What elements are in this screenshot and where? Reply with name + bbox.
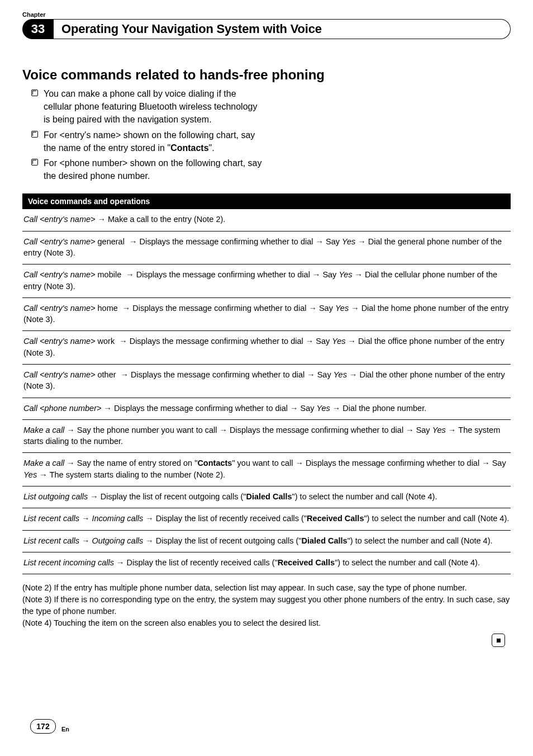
language-label: En [61,726,69,733]
command-text: The system starts dialing to the number … [50,470,225,479]
chapter-header: 33 Operating Your Navigation System with… [22,19,511,39]
arrow-icon: → [312,270,321,279]
voice-command: Call <entry's name> [23,215,96,224]
arrow-icon: → [129,237,137,246]
intro-text: ". [209,143,215,153]
command-row: Call <entry's name> home →Displays the m… [22,298,511,332]
command-row: Call <entry's name> other →Displays the … [22,365,511,398]
arrow-icon: → [482,459,490,467]
command-row: Make a call→Say the phone number you wan… [22,420,511,453]
end-of-section-icon [492,634,505,647]
bullet-icon [31,89,38,96]
command-text: Displays the message confirming whether … [139,237,313,246]
voice-command: Call <phone number> [23,404,101,413]
intro-text: For <entry's name> shown on the followin… [44,130,255,153]
arrow-icon: → [66,459,75,467]
command-text: Display the list of recently received ca… [156,514,307,523]
voice-command: List recent calls [23,514,79,523]
command-table-header: Voice commands and operations [22,193,511,209]
arrow-icon: → [98,215,106,224]
command-table: Call <entry's name>→Make a call to the e… [22,209,511,574]
arrow-icon: → [82,536,90,545]
command-text: Say the name of entry stored on " [77,459,198,467]
voice-command: Yes [432,426,446,434]
arrow-icon: → [39,470,47,479]
chapter-title: Operating Your Navigation System with Vo… [61,22,322,36]
command-text: " you want to call [232,459,293,467]
arrow-icon: → [145,514,154,523]
command-text: Say [317,370,334,379]
command-text: Displays the message confirming whether … [132,304,306,313]
voice-command: Yes [335,304,349,313]
command-text: Displays the message confirming whether … [230,426,403,434]
command-text: Say [492,459,506,467]
voice-command: Call <entry's name> [23,304,96,313]
notes-block: (Note 2) If the entry has multiple phone… [22,582,511,629]
command-text: Say [319,304,335,313]
bullet-icon [31,159,38,166]
command-text: ") to select the number and call (Note 4… [335,558,480,567]
command-text: Displays the message confirming whether … [130,337,303,346]
command-row: Call <entry's name> mobile →Displays the… [22,264,511,298]
voice-command: Yes [334,370,347,379]
command-row: Call <entry's name> work →Displays the m… [22,331,511,365]
command-text: Say [322,270,339,279]
arrow-icon: → [351,304,359,313]
arrow-icon: → [116,558,125,567]
page-footer: 172 En [30,719,69,734]
command-row: Call <entry's name>→Make a call to the e… [22,209,511,231]
command-text: Displays the message confirming whether … [114,404,288,413]
voice-command: List recent calls [23,536,79,545]
command-row: Call <entry's name> general →Displays th… [22,231,511,265]
arrow-icon: → [82,514,90,523]
bullet-icon [31,131,38,138]
arrow-icon: → [126,270,134,279]
chapter-label: Chapter [22,11,511,18]
voice-command: Make a call [23,426,64,434]
voice-command: Yes [317,404,330,413]
note-line: (Note 2) If the entry has multiple phone… [22,582,511,594]
bold-term: Received Calls [307,514,364,523]
voice-command: List recent incoming calls [23,558,114,567]
command-text: other [96,370,118,379]
arrow-icon: → [90,492,98,501]
page-number: 172 [30,719,56,734]
page: Chapter 33 Operating Your Navigation Sys… [0,0,533,756]
intro-bold: Contacts [170,143,208,153]
voice-command: Yes [342,237,355,246]
command-text: mobile [96,270,124,279]
intro-item: For <phone number> shown on the followin… [31,157,266,182]
arrow-icon: → [406,426,414,434]
command-text: Display the list of recent outgoing call… [101,492,246,501]
arrow-icon: → [66,426,75,434]
arrow-icon: → [358,237,366,246]
voice-command: Make a call [23,459,64,467]
command-text: Say [416,426,432,434]
bold-term: Contacts [197,459,232,467]
command-text: ") to select the number and call (Note 4… [348,536,493,545]
command-row: List recent incoming calls→Display the l… [22,552,511,574]
command-text: Display the list of recently received ca… [127,558,278,567]
command-text: ") to select the number and call (Note 4… [364,514,509,523]
intro-item: You can make a phone call by voice diali… [31,87,266,126]
arrow-icon: → [119,337,127,346]
arrow-icon: → [306,337,314,346]
chapter-title-wrap: Operating Your Navigation System with Vo… [54,19,511,39]
voice-command: Outgoing calls [92,536,143,545]
command-text: Dial the phone number. [342,404,426,413]
section-heading: Voice commands related to hands-free pho… [22,67,511,83]
voice-command: Call <entry's name> [23,370,96,379]
command-text: work [96,337,117,346]
arrow-icon: → [103,404,112,413]
voice-command: Call <entry's name> [23,270,96,279]
intro-list: You can make a phone call by voice diali… [31,87,266,182]
command-text: Display the list of recent outgoing call… [156,536,302,545]
voice-command: Yes [23,470,37,479]
voice-command: Yes [332,337,345,346]
voice-command: Yes [339,270,352,279]
intro-item: For <entry's name> shown on the followin… [31,129,266,154]
arrow-icon: → [296,459,304,467]
command-text: general [96,237,127,246]
command-text: Make a call to the entry (Note 2). [108,215,225,224]
arrow-icon: → [122,304,131,313]
